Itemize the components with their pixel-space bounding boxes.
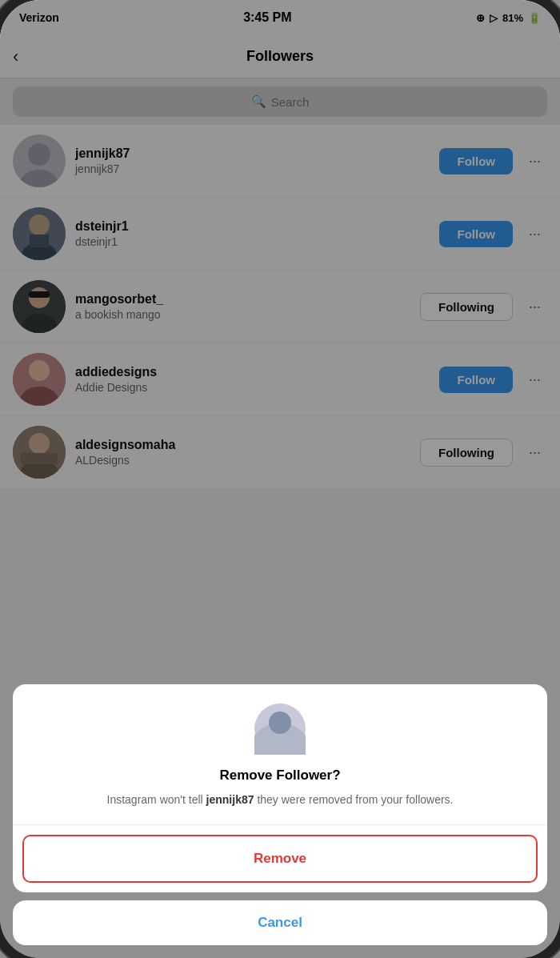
remove-follower-modal: Remove Follower? Instagram won't tell je… — [13, 684, 547, 892]
remove-label: Remove — [254, 851, 306, 866]
modal-description: Instagram won't tell jennijk87 they were… — [29, 792, 531, 808]
modal-title: Remove Follower? — [29, 768, 531, 784]
modal-avatar — [254, 703, 306, 755]
cancel-button[interactable]: Cancel — [13, 900, 547, 945]
modal-container: Remove Follower? Instagram won't tell je… — [0, 684, 560, 958]
modal-overlay: Remove Follower? Instagram won't tell je… — [0, 0, 560, 958]
svg-point-18 — [269, 711, 291, 734]
phone-frame: Verizon 3:45 PM ⊕ ▷ 81% 🔋 ‹ Followers 🔍 … — [0, 0, 560, 958]
remove-button[interactable]: Remove — [22, 835, 538, 883]
cancel-label: Cancel — [258, 915, 302, 930]
modal-desc-suffix: they were removed from your followers. — [257, 793, 453, 806]
modal-username: jennijk87 — [206, 793, 254, 806]
modal-desc-prefix: Instagram won't tell — [107, 793, 203, 806]
modal-body: Remove Follower? Instagram won't tell je… — [13, 684, 547, 825]
